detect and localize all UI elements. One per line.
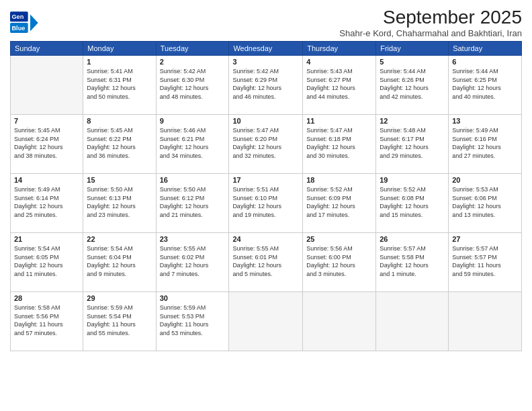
table-cell: 10Sunrise: 5:47 AMSunset: 6:20 PMDayligh… [229,115,303,174]
day-number: 6 [452,58,518,66]
svg-text:Blue: Blue [12,25,26,32]
page-subtitle: Shahr-e Kord, Chaharmahal and Bakhtiari,… [339,28,522,38]
week-row-3: 14Sunrise: 5:49 AMSunset: 6:14 PMDayligh… [11,174,522,233]
day-number: 14 [14,176,79,184]
day-info: Sunrise: 5:49 AMSunset: 6:14 PMDaylight:… [14,185,79,219]
table-cell: 15Sunrise: 5:50 AMSunset: 6:13 PMDayligh… [83,174,156,233]
day-number: 8 [87,117,152,125]
table-cell: 16Sunrise: 5:50 AMSunset: 6:12 PMDayligh… [156,174,229,233]
day-number: 11 [306,117,372,125]
day-number: 20 [452,176,518,184]
table-cell: 27Sunrise: 5:57 AMSunset: 5:57 PMDayligh… [449,233,522,292]
week-row-2: 7Sunrise: 5:45 AMSunset: 6:24 PMDaylight… [11,115,522,174]
weekday-header-thursday: Thursday [303,42,376,56]
weekday-header-friday: Friday [376,42,449,56]
day-number: 29 [87,294,152,302]
table-cell: 28Sunrise: 5:58 AMSunset: 5:56 PMDayligh… [11,292,83,351]
day-number: 24 [232,235,299,243]
day-info: Sunrise: 5:46 AMSunset: 6:21 PMDaylight:… [160,126,226,160]
day-info: Sunrise: 5:45 AMSunset: 6:22 PMDaylight:… [87,126,152,160]
day-number: 10 [232,117,299,125]
day-number: 12 [380,117,445,125]
day-number: 30 [160,294,226,302]
day-number: 1 [87,58,152,66]
day-number: 5 [380,58,445,66]
weekday-header-tuesday: Tuesday [156,42,229,56]
page-title: September 2025 [339,7,522,28]
table-cell [11,56,83,115]
day-info: Sunrise: 5:54 AMSunset: 6:05 PMDaylight:… [14,244,79,278]
calendar-table: SundayMondayTuesdayWednesdayThursdayFrid… [10,41,522,351]
day-info: Sunrise: 5:49 AMSunset: 6:16 PMDaylight:… [452,126,518,160]
day-number: 25 [306,235,372,243]
table-cell: 11Sunrise: 5:47 AMSunset: 6:18 PMDayligh… [303,115,376,174]
weekday-header-saturday: Saturday [449,42,522,56]
day-info: Sunrise: 5:51 AMSunset: 6:10 PMDaylight:… [232,185,299,219]
week-row-4: 21Sunrise: 5:54 AMSunset: 6:05 PMDayligh… [11,233,522,292]
table-cell: 8Sunrise: 5:45 AMSunset: 6:22 PMDaylight… [83,115,156,174]
day-number: 7 [14,117,79,125]
table-cell: 29Sunrise: 5:59 AMSunset: 5:54 PMDayligh… [83,292,156,351]
day-number: 3 [232,58,299,66]
table-cell: 3Sunrise: 5:42 AMSunset: 6:29 PMDaylight… [229,56,303,115]
day-info: Sunrise: 5:59 AMSunset: 5:53 PMDaylight:… [160,304,226,337]
table-cell: 25Sunrise: 5:56 AMSunset: 6:00 PMDayligh… [303,233,376,292]
day-number: 21 [14,235,79,243]
day-number: 18 [306,176,372,184]
day-info: Sunrise: 5:42 AMSunset: 6:30 PMDaylight:… [160,67,226,101]
day-info: Sunrise: 5:43 AMSunset: 6:27 PMDaylight:… [306,67,372,101]
day-info: Sunrise: 5:54 AMSunset: 6:04 PMDaylight:… [87,244,152,278]
day-number: 27 [452,235,518,243]
day-number: 17 [232,176,299,184]
table-cell: 13Sunrise: 5:49 AMSunset: 6:16 PMDayligh… [449,115,522,174]
weekday-header-sunday: Sunday [11,42,83,56]
table-cell: 24Sunrise: 5:55 AMSunset: 6:01 PMDayligh… [229,233,303,292]
day-info: Sunrise: 5:45 AMSunset: 6:24 PMDaylight:… [14,126,79,160]
table-cell: 14Sunrise: 5:49 AMSunset: 6:14 PMDayligh… [11,174,83,233]
table-cell: 23Sunrise: 5:55 AMSunset: 6:02 PMDayligh… [156,233,229,292]
table-cell: 6Sunrise: 5:44 AMSunset: 6:25 PMDaylight… [449,56,522,115]
day-info: Sunrise: 5:41 AMSunset: 6:31 PMDaylight:… [87,67,152,101]
day-number: 23 [160,235,226,243]
svg-text:Gen: Gen [12,13,24,20]
day-number: 2 [160,58,226,66]
table-cell: 7Sunrise: 5:45 AMSunset: 6:24 PMDaylight… [11,115,83,174]
day-info: Sunrise: 5:59 AMSunset: 5:54 PMDaylight:… [87,304,152,337]
table-cell [449,292,522,351]
table-cell: 18Sunrise: 5:52 AMSunset: 6:09 PMDayligh… [303,174,376,233]
day-number: 28 [14,294,79,302]
day-info: Sunrise: 5:50 AMSunset: 6:12 PMDaylight:… [160,185,226,219]
day-info: Sunrise: 5:42 AMSunset: 6:29 PMDaylight:… [232,67,299,101]
day-info: Sunrise: 5:57 AMSunset: 5:57 PMDaylight:… [452,244,518,278]
table-cell [229,292,303,351]
day-number: 4 [306,58,372,66]
day-info: Sunrise: 5:55 AMSunset: 6:02 PMDaylight:… [160,244,226,278]
day-info: Sunrise: 5:56 AMSunset: 6:00 PMDaylight:… [306,244,372,278]
table-cell: 9Sunrise: 5:46 AMSunset: 6:21 PMDaylight… [156,115,229,174]
table-cell: 20Sunrise: 5:53 AMSunset: 6:06 PMDayligh… [449,174,522,233]
day-number: 26 [380,235,445,243]
table-cell: 5Sunrise: 5:44 AMSunset: 6:26 PMDaylight… [376,56,449,115]
day-info: Sunrise: 5:57 AMSunset: 5:58 PMDaylight:… [380,244,445,278]
table-cell [303,292,376,351]
table-cell: 19Sunrise: 5:52 AMSunset: 6:08 PMDayligh… [376,174,449,233]
day-info: Sunrise: 5:50 AMSunset: 6:13 PMDaylight:… [87,185,152,219]
table-cell: 21Sunrise: 5:54 AMSunset: 6:05 PMDayligh… [11,233,83,292]
table-cell [376,292,449,351]
day-info: Sunrise: 5:47 AMSunset: 6:18 PMDaylight:… [306,126,372,160]
svg-marker-4 [30,15,38,32]
day-number: 16 [160,176,226,184]
table-cell: 22Sunrise: 5:54 AMSunset: 6:04 PMDayligh… [83,233,156,292]
day-info: Sunrise: 5:52 AMSunset: 6:08 PMDaylight:… [380,185,445,219]
table-cell: 30Sunrise: 5:59 AMSunset: 5:53 PMDayligh… [156,292,229,351]
table-cell: 17Sunrise: 5:51 AMSunset: 6:10 PMDayligh… [229,174,303,233]
day-number: 13 [452,117,518,125]
table-cell: 26Sunrise: 5:57 AMSunset: 5:58 PMDayligh… [376,233,449,292]
day-number: 9 [160,117,226,125]
week-row-1: 1Sunrise: 5:41 AMSunset: 6:31 PMDaylight… [11,56,522,115]
table-cell: 2Sunrise: 5:42 AMSunset: 6:30 PMDaylight… [156,56,229,115]
week-row-5: 28Sunrise: 5:58 AMSunset: 5:56 PMDayligh… [11,292,522,351]
day-info: Sunrise: 5:44 AMSunset: 6:26 PMDaylight:… [380,67,445,101]
day-number: 22 [87,235,152,243]
day-info: Sunrise: 5:47 AMSunset: 6:20 PMDaylight:… [232,126,299,160]
